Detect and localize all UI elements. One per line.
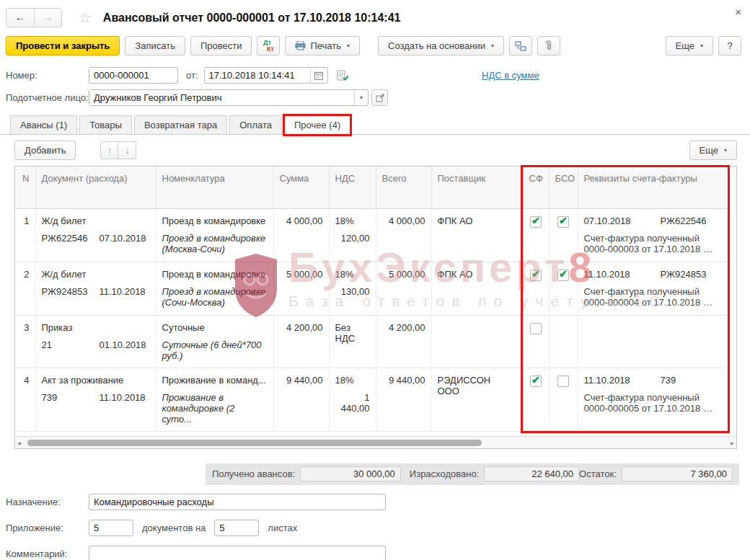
comment-label: Комментарий: [6, 548, 89, 559]
debit-credit-icon: ДтКт [263, 40, 274, 53]
scrollbar-thumb[interactable] [27, 440, 482, 446]
table-row[interactable]: 4 Акт за проживание 73911.10.2018 Прожив… [15, 368, 728, 431]
horizontal-scrollbar[interactable]: ◂ ▸ [15, 436, 736, 448]
bso-checkbox[interactable] [557, 375, 569, 387]
table-header-row: N Документ (расхода) Номенклатура Сумма … [15, 166, 728, 208]
cell-total: 4 200,00 [376, 315, 431, 368]
cell-supplier: ФПК АО [431, 208, 523, 262]
cell-bso [549, 368, 578, 431]
number-input[interactable] [89, 67, 178, 84]
subordination-structure-button[interactable] [509, 36, 532, 55]
cell-vat: 18% 120,00 [329, 208, 376, 262]
rest-label: Остаток: [579, 468, 617, 479]
comment-input[interactable] [89, 546, 386, 560]
cell-nom: Проживание в команд... Проживание в кома… [156, 368, 273, 431]
tab-oplata[interactable]: Оплата [229, 115, 282, 134]
cell-total: 4 000,00 [376, 208, 431, 262]
totals-bar: Получено авансов: 30 000,00 Израсходован… [206, 463, 739, 485]
spent-value: 22 640,00 [484, 466, 579, 481]
table-row[interactable]: 1 Ж/д билет РЖ62254607.10.2018 Проезд в … [15, 208, 728, 262]
chevron-down-icon: ▾ [491, 43, 494, 49]
post-and-close-button[interactable]: Провести и закрыть [6, 36, 120, 55]
vertical-scrollbar[interactable] [728, 166, 736, 431]
date-input[interactable] [205, 68, 310, 83]
bso-checkbox[interactable] [557, 216, 569, 228]
person-field: ▾ [89, 89, 369, 106]
cell-details: 11.10.2018739 Счет-фактура полученный 00… [578, 368, 728, 431]
forward-icon: → [43, 11, 53, 23]
person-select-button[interactable]: ▾ [354, 90, 368, 105]
calendar-button[interactable] [310, 68, 327, 83]
forward-button[interactable]: → [34, 9, 61, 27]
docs-count-input[interactable] [89, 520, 133, 536]
date-field [204, 67, 328, 84]
person-label: Подотчетное лицо: [6, 92, 89, 103]
more-button[interactable]: Еще ▾ [666, 36, 713, 55]
tab-strip: Авансы (1) Товары Возвратная тара Оплата… [0, 114, 750, 135]
cell-total: 9 440,00 [376, 368, 431, 431]
move-down-button[interactable]: ↓ [118, 141, 136, 159]
help-button[interactable]: ? [718, 36, 741, 55]
sf-checkbox[interactable] [530, 216, 542, 228]
cell-sf [523, 262, 549, 315]
received-label: Получено авансов: [212, 468, 295, 479]
table-more-button[interactable]: Еще ▾ [689, 141, 737, 160]
print-label: Печать [310, 40, 341, 51]
calendar-icon [314, 71, 323, 80]
close-icon[interactable]: × [735, 6, 741, 18]
cell-doc: Приказ 2101.10.2018 [35, 315, 156, 368]
person-input[interactable] [89, 90, 354, 105]
person-open-button[interactable] [371, 89, 388, 106]
sf-checkbox[interactable] [530, 375, 542, 387]
tab-prochee[interactable]: Прочее (4) [284, 115, 350, 135]
back-button[interactable]: ← [6, 9, 34, 27]
move-up-button[interactable]: ↑ [100, 141, 118, 159]
document-check-icon [337, 70, 349, 81]
page-title: Авансовый отчет 0000-000001 от 17.10.201… [103, 12, 401, 25]
col-header-supplier: Поставщик [431, 166, 523, 208]
cell-details [578, 315, 728, 368]
col-header-nom: Номенклатура [156, 166, 273, 208]
print-button[interactable]: Печать ▾ [285, 36, 360, 55]
scroll-left-icon[interactable]: ◂ [17, 437, 21, 448]
cell-doc: Ж/д билет РЖ62254607.10.2018 [35, 208, 156, 262]
debit-credit-button[interactable]: ДтКт [257, 36, 280, 55]
open-link-icon [376, 94, 384, 102]
cell-sum: 9 440,00 [273, 368, 329, 431]
tab-vozvratnaya-tara[interactable]: Возвратная тара [134, 115, 227, 134]
table-row[interactable]: 2 Ж/д билет РЖ92485311.10.2018 Проезд в … [15, 262, 728, 315]
document-posted-button[interactable] [335, 67, 352, 84]
post-button[interactable]: Провести [190, 36, 252, 55]
cell-doc: Акт за проживание 73911.10.2018 [35, 368, 156, 431]
create-based-on-label: Создать на основании [388, 40, 485, 51]
vat-in-amount-link[interactable]: НДС в сумме [482, 70, 539, 81]
tab-tovary[interactable]: Товары [79, 115, 132, 134]
date-label: от: [186, 70, 198, 81]
comment-row: Комментарий: [0, 546, 750, 560]
sf-checkbox[interactable] [530, 270, 542, 281]
tab-avansy[interactable]: Авансы (1) [10, 115, 77, 134]
bso-checkbox[interactable] [557, 270, 569, 281]
sf-checkbox[interactable] [530, 323, 542, 334]
create-based-on-button[interactable]: Создать на основании ▾ [378, 36, 504, 55]
purpose-input[interactable] [89, 494, 386, 510]
cell-vat: Без НДС [329, 315, 376, 368]
sheets-count-input[interactable] [214, 520, 259, 536]
table-row[interactable]: 3 Приказ 2101.10.2018 Суточные Суточные … [15, 315, 728, 368]
col-header-sf: СФ [523, 166, 549, 208]
expenses-table: N Документ (расхода) Номенклатура Сумма … [15, 166, 728, 432]
favorite-star-icon[interactable]: ☆ [78, 10, 92, 25]
received-value: 30 000,00 [300, 466, 401, 481]
title-bar: ← → ☆ Авансовый отчет 0000-000001 от 17.… [0, 0, 750, 32]
scroll-right-icon[interactable]: ▸ [731, 437, 734, 448]
save-button[interactable]: Записать [125, 36, 185, 55]
more-label: Еще [676, 40, 694, 51]
add-row-button[interactable]: Добавить [14, 141, 76, 160]
cell-sum: 4 200,00 [273, 315, 329, 368]
attachments-button[interactable] [537, 36, 560, 55]
col-header-bso: БСО [549, 166, 578, 208]
main-toolbar: Провести и закрыть Записать Провести ДтК… [0, 32, 750, 64]
cell-n: 3 [15, 315, 35, 368]
rest-value: 7 360,00 [622, 466, 733, 481]
table-toolbar: Добавить ↑ ↓ Еще ▾ [0, 135, 750, 166]
